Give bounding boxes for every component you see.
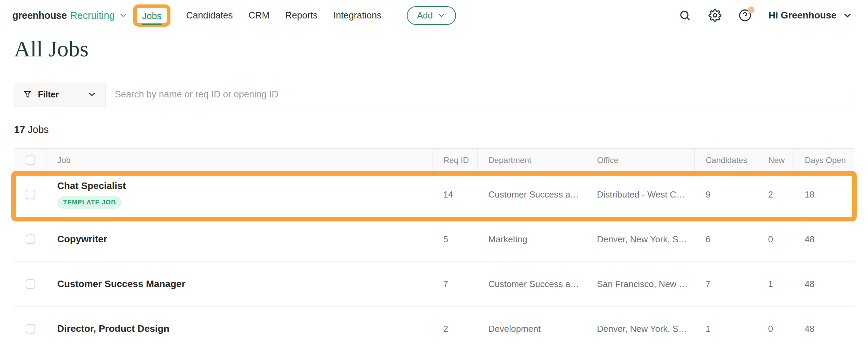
candidates-cell: 7 (695, 262, 757, 307)
column-header-office[interactable]: Office (586, 149, 695, 172)
settings-button[interactable] (708, 9, 721, 22)
req-id-cell: 2 (432, 307, 478, 351)
primary-nav: Jobs Candidates CRM Reports Integrations (133, 4, 382, 27)
column-header-department[interactable]: Department (478, 149, 586, 172)
candidates-cell: 1 (695, 307, 757, 351)
template-job-badge: TEMPLATE JOB (57, 196, 122, 209)
office-cell: San Francisco, New … (586, 262, 695, 307)
department-cell: Customer Success a… (478, 262, 586, 307)
jobs-search-input[interactable] (106, 82, 854, 107)
nav-item-integrations[interactable]: Integrations (333, 10, 382, 21)
filter-button-label: Filter (38, 90, 59, 99)
jobs-table: Job Req ID Department Office Candidates … (14, 148, 854, 351)
page-title: All Jobs (14, 36, 854, 62)
nav-right-group: Hi Greenhouse (678, 9, 853, 22)
req-id-cell: 7 (432, 262, 478, 307)
help-button[interactable] (739, 9, 752, 22)
jobs-table-wrap: Job Req ID Department Office Candidates … (14, 148, 854, 351)
column-header-req-id[interactable]: Req ID (432, 149, 478, 172)
days-open-cell: 18 (794, 172, 854, 217)
jobs-count-value: 17 (14, 124, 25, 135)
highlight-annotation-jobs: Jobs (133, 4, 170, 27)
column-header-candidates[interactable]: Candidates (695, 149, 757, 172)
jobs-count: 17 Jobs (14, 124, 854, 135)
filter-bar: Filter (14, 82, 854, 107)
nav-item-candidates[interactable]: Candidates (186, 10, 233, 21)
user-name: Hi Greenhouse (769, 10, 837, 21)
req-id-cell: 14 (432, 172, 478, 217)
table-row: Copywriter 5 Marketing Denver, New York,… (14, 217, 854, 262)
table-row: Customer Success Manager 7 Customer Succ… (14, 262, 854, 307)
candidates-cell: 6 (695, 217, 757, 262)
department-cell: Customer Success a… (478, 172, 586, 217)
user-menu[interactable]: Hi Greenhouse (769, 10, 853, 21)
funnel-icon (23, 90, 32, 99)
jobs-count-label: Jobs (28, 124, 49, 135)
office-cell: Denver, New York, S… (586, 307, 695, 351)
chevron-down-icon (118, 10, 128, 21)
select-all-cell (14, 149, 46, 172)
office-cell: Denver, New York, S… (586, 217, 695, 262)
req-id-cell: 5 (432, 217, 478, 262)
add-button[interactable]: Add (407, 6, 456, 25)
table-row: Chat Specialist TEMPLATE JOB 14 Customer… (14, 172, 854, 217)
search-button[interactable] (678, 9, 691, 22)
new-cell: 1 (757, 262, 794, 307)
new-cell: 0 (757, 307, 794, 351)
nav-item-jobs[interactable]: Jobs (142, 11, 162, 25)
job-title-link[interactable]: Director, Product Design (57, 323, 432, 334)
new-cell: 2 (757, 172, 794, 217)
days-open-cell: 48 (794, 307, 854, 351)
chevron-down-icon (87, 89, 97, 99)
department-cell: Development (478, 307, 586, 351)
department-cell: Marketing (478, 217, 586, 262)
gear-icon (708, 9, 721, 22)
nav-item-crm[interactable]: CRM (249, 10, 270, 21)
job-title-link[interactable]: Chat Specialist (57, 180, 432, 191)
column-header-job[interactable]: Job (46, 149, 432, 172)
column-header-days-open[interactable]: Days Open (794, 149, 854, 172)
row-checkbox[interactable] (26, 234, 35, 244)
table-row: Director, Product Design 2 Development D… (14, 307, 854, 351)
notification-dot (748, 6, 755, 13)
chevron-down-icon (437, 11, 446, 20)
nav-item-reports[interactable]: Reports (285, 10, 318, 21)
row-checkbox[interactable] (26, 190, 35, 199)
office-cell: Distributed - West C… (586, 172, 695, 217)
select-all-checkbox[interactable] (26, 155, 35, 165)
job-title-link[interactable]: Copywriter (57, 234, 432, 245)
row-checkbox[interactable] (26, 279, 35, 289)
top-nav: greenhouse Recruiting Jobs Candidates CR… (0, 0, 868, 31)
job-title-link[interactable]: Customer Success Manager (57, 279, 432, 289)
brand-name: greenhouse (12, 10, 67, 21)
chevron-down-icon (842, 10, 853, 21)
add-button-label: Add (417, 10, 433, 21)
main-content: All Jobs Filter 17 Jobs Job Req ID Depar… (0, 36, 868, 351)
search-icon (679, 9, 691, 22)
brand-product: Recruiting (70, 10, 115, 21)
new-cell: 0 (757, 217, 794, 262)
filter-button[interactable]: Filter (14, 82, 106, 107)
days-open-cell: 48 (794, 262, 854, 307)
candidates-cell: 9 (695, 172, 757, 217)
days-open-cell: 48 (794, 217, 854, 262)
table-header-row: Job Req ID Department Office Candidates … (14, 149, 854, 172)
brand-logo[interactable]: greenhouse Recruiting (12, 10, 128, 21)
column-header-new[interactable]: New (757, 149, 794, 172)
row-checkbox[interactable] (26, 324, 35, 334)
